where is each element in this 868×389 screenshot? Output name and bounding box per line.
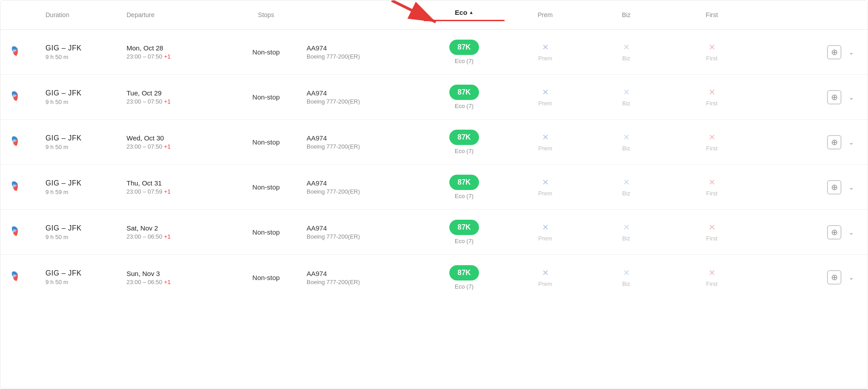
first-label: First (706, 190, 717, 197)
stops-cell: Non-stop (226, 228, 307, 236)
eco-price-cell[interactable]: 87K Eco (7) (424, 220, 505, 244)
route-code: GIG – JFK (45, 89, 127, 97)
header-first-col[interactable]: First (667, 11, 757, 18)
header-eco-col[interactable]: Eco ▲ (424, 9, 505, 21)
header-biz-col[interactable]: Biz (586, 11, 667, 18)
airline-logo-cell (0, 222, 36, 242)
expand-button[interactable]: ⊕ (827, 180, 841, 194)
departure-info-cell: Thu, Oct 31 23:00 – 07:59 +1 (127, 179, 226, 195)
eco-col-underline (424, 20, 505, 21)
route-code: GIG – JFK (45, 269, 127, 277)
aa-logo-icon (9, 177, 28, 197)
biz-label: Biz (622, 145, 630, 152)
header-stops-label: Stops (258, 11, 274, 18)
table-row: GIG – JFK 9 h 50 m Mon, Oct 28 23:00 – 0… (0, 30, 868, 75)
biz-cell: ✕ Biz (586, 42, 667, 62)
flight-info-cell: AA974 Boeing 777-200(ER) (307, 270, 424, 285)
table-row: GIG – JFK 9 h 50 m Sat, Nov 2 23:00 – 06… (0, 210, 868, 255)
chevron-down-button[interactable]: ⌄ (849, 94, 854, 101)
eco-price-cell[interactable]: 87K Eco (7) (424, 40, 505, 64)
header-stops-col: Stops (226, 11, 307, 18)
route-code: GIG – JFK (45, 134, 127, 142)
chevron-down-button[interactable]: ⌄ (849, 229, 854, 236)
eco-badge: 87K (449, 175, 479, 190)
expand-button[interactable]: ⊕ (827, 135, 841, 149)
route-code: GIG – JFK (45, 224, 127, 232)
aa-logo-icon (9, 132, 28, 152)
biz-unavail-icon: ✕ (623, 268, 630, 278)
header-prem-label: Prem (538, 11, 552, 18)
flight-info-cell: AA974 Boeing 777-200(ER) (307, 134, 424, 150)
eco-seats-label: Eco (7) (455, 283, 474, 290)
table-header: Duration Departure Stops Eco ▲ Prem Biz … (0, 0, 868, 30)
first-label: First (706, 55, 717, 62)
route-info-cell: GIG – JFK 9 h 59 m (36, 179, 127, 195)
header-departure-label: Departure (127, 11, 154, 18)
expand-button[interactable]: ⊕ (827, 90, 841, 104)
route-duration: 9 h 50 m (45, 144, 127, 150)
route-duration: 9 h 50 m (45, 234, 127, 240)
first-label: First (706, 235, 717, 242)
stops-cell: Non-stop (226, 48, 307, 56)
row-actions-cell: ⊕ ⌄ (757, 45, 868, 59)
route-duration: 9 h 50 m (45, 99, 127, 105)
expand-button[interactable]: ⊕ (827, 270, 841, 285)
departure-info-cell: Sat, Nov 2 23:00 – 06:50 +1 (127, 224, 226, 240)
table-row: GIG – JFK 9 h 50 m Sun, Nov 3 23:00 – 06… (0, 255, 868, 300)
prem-cell: ✕ Prem (505, 222, 586, 242)
biz-label: Biz (622, 100, 630, 107)
sort-arrow-icon: ▲ (469, 10, 474, 15)
chevron-down-button[interactable]: ⌄ (849, 274, 854, 281)
route-info-cell: GIG – JFK 9 h 50 m (36, 269, 127, 285)
route-duration: 9 h 50 m (45, 279, 127, 285)
eco-price-cell[interactable]: 87K Eco (7) (424, 130, 505, 154)
expand-button[interactable]: ⊕ (827, 225, 841, 240)
departure-date: Sun, Nov 3 (127, 270, 226, 277)
stops-cell: Non-stop (226, 138, 307, 146)
time-offset: +1 (164, 98, 171, 105)
eco-price-cell[interactable]: 87K Eco (7) (424, 85, 505, 109)
first-cell: ✕ First (667, 268, 757, 287)
prem-cell: ✕ Prem (505, 87, 586, 107)
stops-cell: Non-stop (226, 93, 307, 101)
row-actions-cell: ⊕ ⌄ (757, 225, 868, 240)
chevron-down-button[interactable]: ⌄ (849, 184, 854, 191)
first-cell: ✕ First (667, 177, 757, 197)
flight-rows-container: GIG – JFK 9 h 50 m Mon, Oct 28 23:00 – 0… (0, 30, 868, 300)
eco-badge: 87K (449, 85, 479, 100)
chevron-down-button[interactable]: ⌄ (849, 49, 854, 56)
biz-unavail-icon: ✕ (623, 222, 630, 232)
route-info-cell: GIG – JFK 9 h 50 m (36, 134, 127, 150)
biz-label: Biz (622, 280, 630, 287)
aircraft-type: Boeing 777-200(ER) (307, 53, 424, 60)
flight-number: AA974 (307, 270, 424, 277)
stops-cell: Non-stop (226, 274, 307, 281)
route-duration: 9 h 59 m (45, 189, 127, 195)
airline-logo-cell (0, 87, 36, 107)
first-unavail-icon: ✕ (709, 268, 715, 278)
eco-price-cell[interactable]: 87K Eco (7) (424, 175, 505, 199)
expand-button[interactable]: ⊕ (827, 45, 841, 59)
biz-unavail-icon: ✕ (623, 132, 630, 142)
flight-info-cell: AA974 Boeing 777-200(ER) (307, 224, 424, 240)
eco-seats-label: Eco (7) (455, 148, 474, 154)
header-prem-col[interactable]: Prem (505, 11, 586, 18)
time-offset: +1 (164, 188, 171, 195)
aircraft-type: Boeing 777-200(ER) (307, 279, 424, 285)
prem-label: Prem (538, 190, 552, 197)
time-offset: +1 (164, 233, 171, 240)
time-offset: +1 (164, 279, 171, 285)
eco-seats-label: Eco (7) (455, 238, 474, 244)
aa-logo-icon (9, 87, 28, 107)
aircraft-type: Boeing 777-200(ER) (307, 233, 424, 240)
table-row: GIG – JFK 9 h 50 m Wed, Oct 30 23:00 – 0… (0, 120, 868, 165)
prem-unavail-icon: ✕ (542, 87, 549, 97)
departure-time: 23:00 – 06:50 +1 (127, 233, 226, 240)
eco-price-cell[interactable]: 87K Eco (7) (424, 265, 505, 290)
chevron-down-button[interactable]: ⌄ (849, 139, 854, 146)
first-label: First (706, 100, 717, 107)
first-unavail-icon: ✕ (709, 132, 715, 142)
prem-label: Prem (538, 55, 552, 62)
first-label: First (706, 145, 717, 152)
flight-results-table: Duration Departure Stops Eco ▲ Prem Biz … (0, 0, 868, 389)
